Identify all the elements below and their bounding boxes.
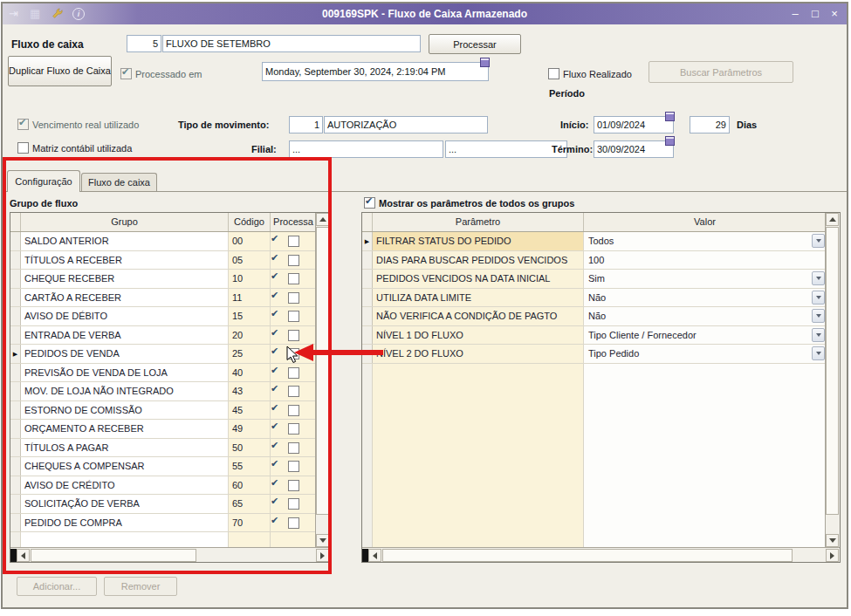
parameter-row[interactable]: ▶FILTRAR STATUS DO PEDIDOTodos (362, 232, 827, 251)
header-valor[interactable]: Valor (584, 213, 827, 231)
parameter-value-cell[interactable]: Todos (584, 232, 827, 250)
parameter-name-cell[interactable]: DIAS PARA BUSCAR PEDIDOS VENCIDOS (373, 251, 584, 270)
group-code-cell[interactable]: 70 (229, 514, 271, 532)
processa-checkbox[interactable] (288, 367, 299, 379)
processa-checkbox[interactable] (288, 348, 299, 359)
parameter-value-cell[interactable]: Não (584, 307, 827, 325)
group-row[interactable]: CHEQUES A COMPENSAR55 (10, 457, 317, 476)
group-processa-cell[interactable] (271, 289, 317, 307)
duplicar-fluxo-button[interactable]: Duplicar Fluxo de Caixa (8, 56, 112, 86)
dias-field[interactable]: 29 (690, 116, 730, 133)
tipo-movimento-code-field[interactable]: 1 (289, 116, 323, 133)
dropdown-button[interactable] (812, 346, 825, 360)
header-parametro[interactable]: Parâmetro (373, 213, 584, 231)
group-row[interactable]: SOLICITAÇÃO DE VERBA65 (10, 495, 317, 514)
group-name-cell[interactable]: ORÇAMENTO A RECEBER (21, 420, 229, 438)
title-bar[interactable]: ⇥ ▦ i 009169SPK - Fluxo de Caixa Armazen… (3, 3, 847, 24)
vertical-scrollbar[interactable] (825, 213, 840, 547)
group-code-cell[interactable]: 50 (229, 439, 271, 457)
filial-name-field[interactable]: ... (445, 140, 567, 158)
group-row[interactable]: CHEQUE RECEBER10 (10, 270, 317, 289)
parameter-name-cell[interactable]: NÍVEL 1 DO FLUXO (373, 326, 584, 345)
group-code-cell[interactable]: 00 (229, 232, 271, 250)
group-processa-cell[interactable] (271, 514, 317, 532)
scroll-left-button[interactable] (17, 549, 30, 562)
parameter-value-cell[interactable]: Tipo Cliente / Fornecedor (584, 326, 827, 345)
fluxo-realizado-checkbox[interactable] (548, 68, 559, 79)
matriz-checkbox[interactable] (17, 142, 29, 154)
processa-checkbox[interactable] (288, 517, 299, 529)
parameter-row[interactable]: NÍVEL 1 DO FLUXOTipo Cliente / Fornecedo… (362, 326, 827, 346)
parameter-row[interactable]: NÃO VERIFICA A CONDIÇÃO DE PAGTONão (362, 307, 827, 326)
group-code-cell[interactable]: 05 (229, 251, 271, 270)
parameter-name-cell[interactable]: UTILIZA DATA LIMITE (373, 289, 584, 307)
processar-button[interactable]: Processar (429, 34, 521, 54)
parameter-name-cell[interactable]: NÃO VERIFICA A CONDIÇÃO DE PAGTO (373, 307, 584, 325)
scroll-up-button[interactable] (826, 213, 839, 226)
group-name-cell[interactable]: MOV. DE LOJA NÃO INTEGRADO (21, 382, 229, 400)
header-codigo[interactable]: Código (229, 213, 271, 231)
parameter-row[interactable]: PEDIDOS VENCIDOS NA DATA INICIALSim (362, 270, 827, 289)
group-code-cell[interactable]: 11 (229, 289, 271, 307)
parameter-value-cell[interactable]: Tipo Pedido (584, 345, 827, 363)
dropdown-button[interactable] (812, 309, 825, 323)
group-row[interactable]: TÍTULOS A PAGAR50 (10, 439, 317, 458)
maximize-button[interactable]: □ (806, 3, 825, 24)
group-code-cell[interactable]: 10 (229, 270, 271, 288)
processa-checkbox[interactable] (288, 498, 299, 510)
processado-em-checkbox[interactable] (120, 68, 132, 79)
dropdown-button[interactable] (812, 271, 825, 285)
close-button[interactable]: × (825, 3, 844, 24)
processa-checkbox[interactable] (288, 292, 299, 304)
processado-em-date-field[interactable]: Monday, September 30, 2024, 2:19:04 PM (262, 62, 489, 81)
group-processa-cell[interactable] (271, 401, 317, 420)
remover-button[interactable]: Remover (104, 577, 177, 596)
calendar-icon[interactable] (665, 112, 675, 121)
calendar-icon[interactable] (480, 58, 490, 67)
group-processa-cell[interactable] (271, 270, 317, 288)
group-processa-cell[interactable] (271, 457, 317, 476)
processa-checkbox[interactable] (288, 273, 299, 284)
tab-fluxo-de-caixa[interactable]: Fluxo de caixa (81, 173, 157, 191)
group-name-cell[interactable]: AVISO DE CRÉDITO (21, 476, 229, 495)
group-name-cell[interactable]: PEDIDOS DE VENDA (21, 345, 229, 363)
group-code-cell[interactable]: 40 (229, 364, 271, 382)
adicionar-button[interactable]: Adicionar... (17, 577, 97, 596)
group-processa-cell[interactable] (271, 251, 317, 270)
group-processa-cell[interactable] (271, 476, 317, 495)
dropdown-button[interactable] (812, 234, 825, 248)
parameter-value-cell[interactable]: 100 (584, 251, 827, 270)
group-processa-cell[interactable] (271, 307, 317, 325)
processa-checkbox[interactable] (288, 236, 299, 247)
vencimento-checkbox[interactable] (17, 119, 29, 130)
group-code-cell[interactable]: 60 (229, 476, 271, 495)
group-name-cell[interactable]: ESTORNO DE COMISSÃO (21, 401, 229, 420)
group-name-cell[interactable]: ENTRADA DE VERBA (21, 326, 229, 345)
group-row[interactable]: PREVISÃO DE VENDA DE LOJA40 (10, 364, 317, 383)
group-name-cell[interactable]: PEDIDO DE COMPRA (21, 514, 229, 532)
group-processa-cell[interactable] (271, 364, 317, 382)
group-code-cell[interactable]: 20 (229, 326, 271, 345)
group-processa-cell[interactable] (271, 495, 317, 513)
filial-code-field[interactable]: ... (289, 140, 443, 158)
horizontal-scrollbar[interactable] (362, 547, 840, 562)
minimize-button[interactable]: – (786, 3, 805, 24)
parameter-row[interactable]: UTILIZA DATA LIMITENão (362, 289, 827, 308)
scrollbar-thumb[interactable] (31, 549, 196, 562)
group-name-cell[interactable]: CHEQUES A COMPENSAR (21, 457, 229, 476)
group-row[interactable]: AVISO DE CRÉDITO60 (10, 476, 317, 496)
group-name-cell[interactable]: AVISO DE DÉBITO (21, 307, 229, 325)
group-name-cell[interactable]: SALDO ANTERIOR (21, 232, 229, 250)
scrollbar-thumb[interactable] (826, 227, 839, 515)
processa-checkbox[interactable] (288, 442, 299, 454)
group-code-cell[interactable]: 65 (229, 495, 271, 513)
header-processa[interactable]: Processa (271, 213, 317, 231)
parameter-row[interactable]: DIAS PARA BUSCAR PEDIDOS VENCIDOS100 (362, 251, 827, 270)
inicio-date-field[interactable]: 01/09/2024 (594, 116, 674, 133)
parameter-name-cell[interactable]: NÍVEL 2 DO FLUXO (373, 345, 584, 363)
group-code-cell[interactable]: 55 (229, 457, 271, 476)
tipo-movimento-name-field[interactable]: AUTORIZAÇÃO (324, 116, 488, 133)
parameter-value-cell[interactable]: Não (584, 289, 827, 307)
mostrar-todos-checkbox[interactable] (364, 197, 375, 209)
header-grupo[interactable]: Grupo (21, 213, 229, 231)
